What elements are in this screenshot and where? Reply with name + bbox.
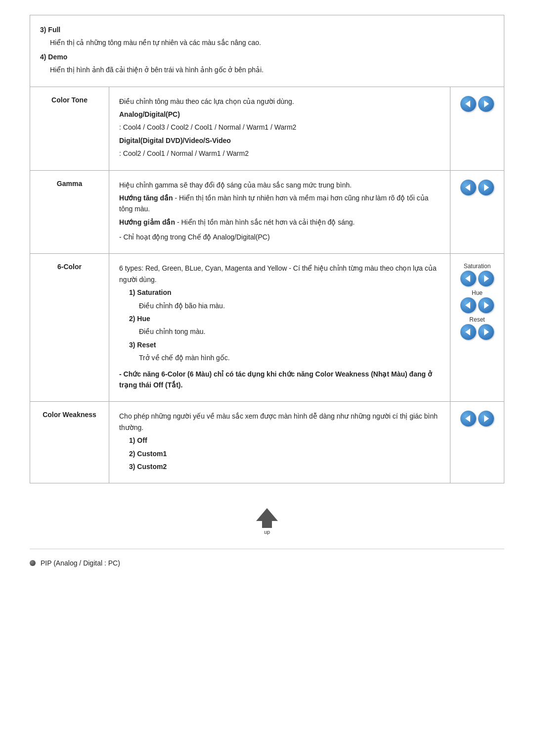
up-label: up — [264, 529, 270, 535]
top-row: 3) Full Hiển thị cả những tông màu nền t… — [30, 15, 504, 87]
saturation-control-group: Saturation — [460, 263, 494, 286]
hue-control-group: Hue — [460, 289, 494, 313]
color-tone-arrow-pair — [460, 96, 494, 112]
saturation-arrow-pair — [460, 271, 494, 286]
page-wrapper: 3) Full Hiển thị cả những tông màu nền t… — [0, 0, 534, 582]
color-tone-label: Color Tone — [30, 87, 109, 170]
demo-desc: Hiển thị hình ảnh đã cải thiện ở bên trá… — [40, 64, 494, 75]
color-weakness-right-btn[interactable] — [478, 411, 494, 426]
color-tone-content: Điều chỉnh tông màu theo các lựa chọn củ… — [109, 87, 450, 170]
main-table: 3) Full Hiển thị cả những tông màu nền t… — [30, 15, 504, 483]
color-tone-right-btn[interactable] — [478, 96, 494, 112]
hue-right-btn[interactable] — [478, 297, 494, 313]
up-section: up — [30, 498, 504, 544]
pip-text: PIP (Analog / Digital : PC) — [41, 559, 120, 567]
saturation-left-btn[interactable] — [460, 271, 476, 286]
gamma-arrow-pair — [460, 180, 494, 195]
six-color-label: 6-Color — [30, 254, 109, 402]
up-icon — [254, 507, 280, 528]
pip-bullet-icon — [30, 560, 36, 566]
color-weakness-label: Color Weakness — [30, 402, 109, 483]
color-tone-row: Color Tone Điều chỉnh tông màu theo các … — [30, 87, 504, 170]
hue-left-btn[interactable] — [460, 297, 476, 313]
six-color-controls: Saturation Hue Reset — [450, 254, 504, 402]
reset-control-group: Reset — [460, 316, 494, 340]
up-button[interactable]: up — [254, 507, 280, 535]
color-weakness-row: Color Weakness Cho phép những người yếu … — [30, 402, 504, 483]
reset-left-btn[interactable] — [460, 324, 476, 340]
full-desc: Hiển thị cả những tông màu nền tự nhiên … — [40, 37, 494, 48]
gamma-controls — [450, 170, 504, 254]
saturation-label: Saturation — [460, 263, 494, 270]
saturation-right-btn[interactable] — [478, 271, 494, 286]
hue-arrow-pair — [460, 297, 494, 313]
pip-section: PIP (Analog / Digital : PC) — [30, 559, 504, 567]
reset-arrow-pair — [460, 324, 494, 340]
gamma-content: Hiệu chỉnh gamma sẽ thay đổi độ sáng của… — [109, 170, 450, 254]
color-weakness-controls — [450, 402, 504, 483]
color-weakness-left-btn[interactable] — [460, 411, 476, 426]
color-tone-left-btn[interactable] — [460, 96, 476, 112]
full-title: 3) Full — [40, 26, 60, 34]
reset-right-btn[interactable] — [478, 324, 494, 340]
divider — [30, 549, 504, 549]
six-color-row: 6-Color 6 types: Red, Green, BLue, Cyan,… — [30, 254, 504, 402]
color-weakness-arrow-pair — [460, 411, 494, 426]
svg-marker-0 — [256, 508, 278, 528]
color-weakness-content: Cho phép những người yếu về màu sắc xem … — [109, 402, 450, 483]
gamma-right-btn[interactable] — [478, 180, 494, 195]
gamma-label: Gamma — [30, 170, 109, 254]
gamma-left-btn[interactable] — [460, 180, 476, 195]
demo-title: 4) Demo — [40, 53, 67, 61]
six-color-content: 6 types: Red, Green, BLue, Cyan, Magenta… — [109, 254, 450, 402]
top-content: 3) Full Hiển thị cả những tông màu nền t… — [30, 15, 504, 87]
hue-label: Hue — [460, 289, 494, 296]
color-tone-controls — [450, 87, 504, 170]
reset-label: Reset — [460, 316, 494, 323]
gamma-row: Gamma Hiệu chỉnh gamma sẽ thay đổi độ sá… — [30, 170, 504, 254]
